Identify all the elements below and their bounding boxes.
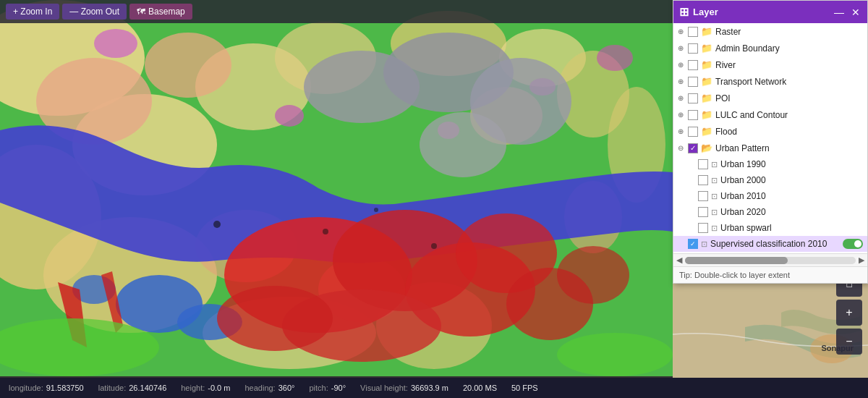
- zoom-out-button[interactable]: — Zoom Out: [62, 4, 127, 20]
- height-display: height: -0.0 m: [181, 384, 230, 392]
- layer-item-flood[interactable]: ⊕ 📁 Flood: [673, 123, 867, 140]
- svg-point-42: [431, 243, 437, 249]
- height-value: -0.0 m: [208, 384, 230, 392]
- layer-label: Transport Network: [715, 77, 863, 87]
- layer-checkbox[interactable]: [688, 110, 698, 120]
- layer-checkbox[interactable]: [688, 127, 698, 137]
- fps-value: 50 FPS: [511, 384, 538, 392]
- svg-point-39: [213, 221, 221, 228]
- raster-layer-icon: ⊡: [711, 192, 718, 201]
- raster-layer-icon: ⊡: [711, 176, 718, 185]
- layer-checkbox[interactable]: [698, 191, 708, 201]
- map-zoom-in-button[interactable]: +: [836, 300, 862, 326]
- folder-icon: 📁: [701, 43, 712, 54]
- layer-label: River: [715, 60, 863, 70]
- heading-label: heading:: [244, 384, 275, 392]
- expand-icon: ⊕: [678, 27, 688, 35]
- scroll-left-arrow[interactable]: ◀: [676, 255, 682, 265]
- expand-icon: ⊕: [678, 94, 688, 102]
- layer-item-urban-1990[interactable]: ⊡ Urban 1990: [673, 156, 867, 172]
- expand-icon: ⊖: [678, 144, 688, 152]
- visual-height-display: Visual height: 36693.9 m: [360, 384, 448, 392]
- layer-checkbox[interactable]: [688, 77, 698, 87]
- layer-checkbox[interactable]: [698, 207, 708, 217]
- map-area[interactable]: [0, 0, 673, 376]
- svg-point-30: [420, 112, 506, 177]
- map-zoom-out-button[interactable]: −: [836, 329, 862, 355]
- expand-icon: ⊕: [678, 111, 688, 119]
- panel-scroll-thumb[interactable]: [685, 257, 788, 264]
- latitude-label: latitude:: [98, 384, 127, 392]
- status-bar: longitude: 91.583750 latitude: 26.140746…: [0, 378, 868, 398]
- ms-display: 20.00 MS: [463, 384, 497, 392]
- folder-icon: 📁: [701, 59, 712, 70]
- layer-label: Urban 2020: [720, 207, 863, 217]
- plus-icon: +: [846, 306, 852, 319]
- layer-checkbox[interactable]: ✓: [688, 143, 698, 153]
- heading-value: 360°: [278, 384, 295, 392]
- layer-label: Urban 2000: [720, 175, 863, 185]
- layer-checkbox[interactable]: [688, 27, 698, 37]
- basemap-button[interactable]: 🗺 Basemap: [129, 4, 192, 20]
- layer-checkbox[interactable]: [698, 159, 708, 169]
- layer-item-urban-2000[interactable]: ⊡ Urban 2000: [673, 172, 867, 188]
- layer-item-lulc[interactable]: ⊕ 📁 LULC and Contour: [673, 106, 867, 123]
- height-label: height:: [181, 384, 205, 392]
- layer-item-urban-2020[interactable]: ⊡ Urban 2020: [673, 204, 867, 220]
- svg-point-22: [597, 45, 633, 71]
- header-controls: — ✕: [833, 7, 861, 18]
- panel-scrollbar-area: ◀ ▶: [673, 253, 867, 266]
- layer-item-raster[interactable]: ⊕ 📁 Raster: [673, 23, 867, 40]
- layer-checkbox[interactable]: [688, 93, 698, 103]
- layer-label: Urban 1990: [720, 159, 863, 169]
- svg-point-19: [94, 29, 137, 58]
- panel-title: Layer: [693, 7, 718, 17]
- layer-list[interactable]: ⊕ 📁 Raster ⊕ 📁 Admin Boundary ⊕ 📁 River …: [673, 23, 867, 253]
- visual-height-label: Visual height:: [360, 384, 408, 392]
- layer-item-river[interactable]: ⊕ 📁 River: [673, 56, 867, 73]
- layer-checkbox[interactable]: [698, 223, 708, 233]
- layer-item-urban-spwarl[interactable]: ⊡ Urban spwarl: [673, 220, 867, 236]
- folder-icon: 📁: [701, 126, 712, 137]
- layer-item-urban-pattern[interactable]: ⊖ ✓ 📂 Urban Pattern: [673, 140, 867, 156]
- layer-item-transport[interactable]: ⊕ 📁 Transport Network: [673, 73, 867, 90]
- longitude-label: longitude:: [9, 384, 43, 392]
- raster-layer-icon: ⊡: [701, 240, 707, 249]
- latitude-display: latitude: 26.140746: [98, 384, 167, 392]
- raster-layer-icon: ⊡: [711, 160, 718, 169]
- scroll-right-arrow[interactable]: ▶: [859, 255, 864, 265]
- pitch-display: pitch: -90°: [309, 384, 346, 392]
- svg-point-41: [374, 208, 378, 212]
- layer-checkbox[interactable]: [688, 60, 698, 70]
- layer-label: Supervised classification 2010: [710, 239, 840, 249]
- panel-scrollbar[interactable]: [685, 257, 856, 264]
- visual-height-value: 36693.9 m: [411, 384, 448, 392]
- layer-checkbox[interactable]: [698, 175, 708, 185]
- heading-display: heading: 360°: [244, 384, 294, 392]
- layer-checkbox[interactable]: ✓: [688, 239, 698, 249]
- tip-bar: Tip: Double-click to layer extent: [673, 266, 867, 283]
- layer-label: Urban spwarl: [720, 223, 863, 233]
- layer-item-admin-boundary[interactable]: ⊕ 📁 Admin Boundary: [673, 40, 867, 56]
- svg-point-44: [557, 333, 673, 376]
- layer-checkbox[interactable]: [688, 43, 698, 54]
- layer-label: Flood: [715, 127, 863, 137]
- svg-point-20: [275, 105, 304, 127]
- minimize-button[interactable]: —: [833, 7, 846, 18]
- layer-label: LULC and Contour: [715, 110, 863, 120]
- fps-display: 50 FPS: [511, 384, 538, 392]
- layer-toggle-2010[interactable]: [843, 239, 863, 249]
- layer-item-sup-class-2010[interactable]: ✓ ⊡ Supervised classification 2010: [673, 236, 867, 252]
- raster-layer-icon: ⊡: [711, 224, 718, 233]
- minus-icon: −: [846, 335, 852, 348]
- layer-label: Urban Pattern: [715, 143, 863, 153]
- svg-point-38: [557, 246, 629, 304]
- layer-label: Urban 2010: [720, 191, 863, 201]
- layer-item-urban-2010[interactable]: ⊡ Urban 2010: [673, 188, 867, 204]
- zoom-in-button[interactable]: + Zoom In: [6, 4, 59, 20]
- close-button[interactable]: ✕: [850, 7, 861, 18]
- layers-icon: ⊞: [679, 5, 689, 19]
- folder-icon: 📁: [701, 26, 712, 37]
- layer-panel: ⊞ Layer — ✕ ⊕ 📁 Raster ⊕ 📁 Admin Boundar…: [673, 0, 868, 284]
- layer-item-poi[interactable]: ⊕ 📁 POI: [673, 90, 867, 106]
